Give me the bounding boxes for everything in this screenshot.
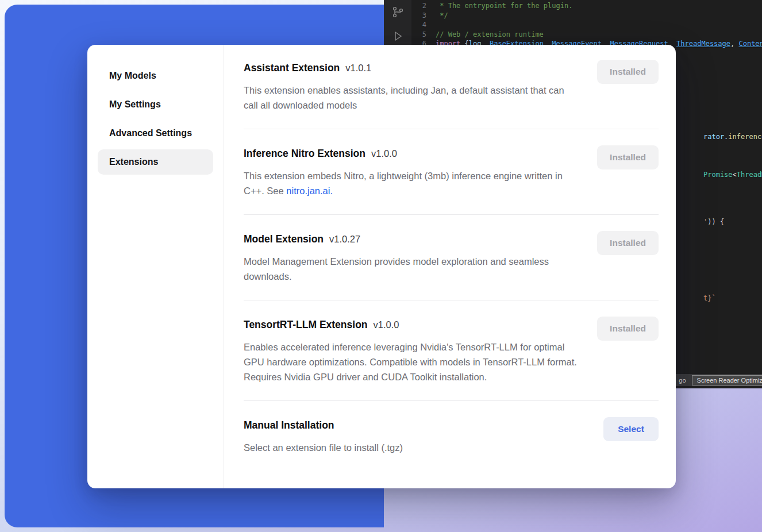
- extensions-content: Assistant Extensionv1.0.1This extension …: [224, 45, 676, 488]
- sidebar-item-advanced-settings[interactable]: Advanced Settings: [98, 121, 213, 146]
- extension-row: Assistant Extensionv1.0.1This extension …: [244, 60, 659, 113]
- extension-info: Model Extensionv1.0.27Model Management E…: [244, 231, 580, 284]
- extension-description: This extension enables assistants, inclu…: [244, 83, 580, 113]
- extension-row: Model Extensionv1.0.27Model Management E…: [244, 231, 659, 284]
- extension-row: Manual InstallationSelect an extension f…: [244, 417, 659, 455]
- extension-description: Enables accelerated inference leveraging…: [244, 340, 580, 384]
- description-text: Model Management Extension provides mode…: [244, 256, 549, 282]
- nitro-link[interactable]: nitro.jan.ai.: [286, 186, 333, 196]
- extension-name: Inference Nitro Extension: [244, 148, 365, 159]
- extension-title: Assistant Extensionv1.0.1: [244, 60, 580, 76]
- extension-name: Assistant Extension: [244, 62, 340, 74]
- installed-button[interactable]: Installed: [597, 231, 659, 255]
- extension-title: TensortRT-LLM Extensionv1.0.0: [244, 317, 580, 333]
- extension-title: Model Extensionv1.0.27: [244, 231, 580, 247]
- extension-title: Inference Nitro Extensionv1.0.0: [244, 145, 580, 161]
- code-text: // Web / extension runtime: [426, 30, 544, 40]
- code-fragment: Promise<ThreadMessage>: [703, 170, 762, 179]
- screen-reader-chip[interactable]: Screen Reader Optimize: [692, 375, 762, 385]
- code-line: 4: [411, 20, 762, 30]
- code-line: 2 * The entrypoint for the plugin.: [411, 1, 762, 11]
- extension-version: v1.0.0: [371, 148, 397, 159]
- extension-version: v1.0.0: [374, 319, 399, 330]
- line-number: 4: [411, 20, 426, 30]
- code-line: 5// Web / extension runtime: [411, 30, 762, 40]
- code-text: * The entrypoint for the plugin.: [426, 1, 572, 11]
- line-number: 5: [411, 30, 426, 40]
- run-debug-icon[interactable]: [391, 30, 404, 43]
- sidebar-item-extensions[interactable]: Extensions: [98, 149, 213, 175]
- extension-name: Model Extension: [244, 233, 324, 245]
- statusbar-text: go: [679, 377, 686, 384]
- source-control-icon[interactable]: [391, 6, 404, 18]
- settings-modal: My ModelsMy SettingsAdvanced SettingsExt…: [87, 45, 676, 488]
- installed-button[interactable]: Installed: [597, 145, 659, 169]
- code-lines: 2 * The entrypoint for the plugin.3 */45…: [411, 1, 762, 49]
- extension-version: v1.0.27: [329, 234, 360, 244]
- extension-name: TensortRT-LLM Extension: [244, 319, 368, 330]
- description-text: Select an extension file to install (.tg…: [244, 442, 403, 453]
- sidebar-item-my-settings[interactable]: My Settings: [98, 92, 213, 117]
- extension-row: TensortRT-LLM Extensionv1.0.0Enables acc…: [244, 317, 659, 384]
- code-fragment: rator.inference(data));: [703, 132, 762, 141]
- extension-title: Manual Installation: [244, 417, 403, 433]
- code-text: */: [426, 11, 448, 21]
- row-divider: [244, 300, 659, 300]
- extension-name: Manual Installation: [244, 419, 334, 431]
- row-divider: [244, 129, 659, 129]
- extension-description: Model Management Extension provides mode…: [244, 254, 580, 284]
- installed-button[interactable]: Installed: [597, 60, 659, 84]
- extension-description: This extension embeds Nitro, a lightweig…: [244, 168, 580, 198]
- description-text: This extension enables assistants, inclu…: [244, 85, 564, 110]
- extension-info: Assistant Extensionv1.0.1This extension …: [244, 60, 580, 113]
- extension-info: Inference Nitro Extensionv1.0.0This exte…: [244, 145, 580, 198]
- extension-info: TensortRT-LLM Extensionv1.0.0Enables acc…: [244, 317, 580, 384]
- extension-description: Select an extension file to install (.tg…: [244, 440, 403, 455]
- code-fragment: t}`: [703, 294, 716, 303]
- code-text: [426, 20, 436, 30]
- row-divider: [244, 214, 659, 215]
- select-button[interactable]: Select: [603, 417, 659, 441]
- settings-sidebar: My ModelsMy SettingsAdvanced SettingsExt…: [87, 45, 224, 488]
- line-number: 2: [411, 1, 426, 11]
- extensions-list: Assistant Extensionv1.0.1This extension …: [244, 60, 659, 455]
- code-fragment: ')) {: [703, 217, 724, 226]
- installed-button[interactable]: Installed: [597, 317, 659, 341]
- row-divider: [244, 400, 659, 401]
- description-text: Enables accelerated inference leveraging…: [244, 342, 577, 382]
- extension-version: v1.0.1: [345, 63, 371, 73]
- extension-info: Manual InstallationSelect an extension f…: [244, 417, 403, 455]
- sidebar-item-my-models[interactable]: My Models: [98, 63, 213, 88]
- code-line: 3 */: [411, 11, 762, 21]
- extension-row: Inference Nitro Extensionv1.0.0This exte…: [244, 145, 659, 198]
- line-number: 3: [411, 11, 426, 21]
